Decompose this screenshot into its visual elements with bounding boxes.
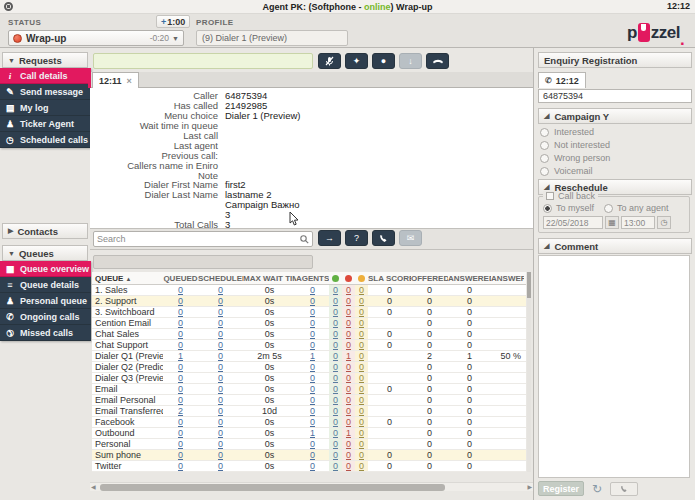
green-status-cell-link[interactable]: 0 [333,362,338,372]
sidebar-item-scheduled-calls[interactable]: ◷Scheduled calls [0,132,91,148]
green-status-cell-link[interactable]: 0 [333,428,338,438]
scheduled-cell-link[interactable]: 0 [218,428,223,438]
scrollbar-thumb[interactable] [100,484,445,491]
agents-cell-link[interactable]: 0 [310,439,315,449]
queued-cell-link[interactable]: 0 [178,417,183,427]
profile-dropdown[interactable]: (9) Dialer 1 (Preview) [196,30,348,46]
red-status-cell-link[interactable]: 0 [346,329,351,339]
email-contact-button[interactable]: ✉ [399,230,422,246]
queued-cell-link[interactable]: 0 [178,362,183,372]
yellow-status-cell-link[interactable]: 0 [359,406,364,416]
scheduled-cell-link[interactable]: 0 [218,318,223,328]
agents-cell-link[interactable]: 0 [310,296,315,306]
green-status-cell-link[interactable]: 0 [333,384,338,394]
forward-button[interactable]: → [318,230,341,246]
column-header-agents[interactable]: AGENTS [296,272,329,284]
green-status-cell-link[interactable]: 0 [333,395,338,405]
help-button[interactable]: ? [345,230,368,246]
sidebar-item-my-log[interactable]: ▤My log [0,100,91,116]
settings-icon[interactable] [4,2,13,11]
yellow-status-cell-link[interactable]: 0 [359,461,364,471]
column-header-sla-score[interactable]: SLA SCORE [368,272,411,284]
yellow-status-cell-link[interactable]: 0 [359,285,364,295]
call-contact-button[interactable] [372,230,395,246]
red-status-cell-link[interactable]: 0 [346,395,351,405]
yellow-status-cell-link[interactable]: 0 [359,384,364,394]
yellow-status-cell-link[interactable]: 0 [359,318,364,328]
refresh-icon[interactable]: ↻ [592,482,602,496]
agents-cell-link[interactable]: 0 [310,307,315,317]
scroll-right-icon[interactable]: ▶ [527,483,532,492]
green-status-cell-link[interactable]: 0 [333,406,338,416]
register-button[interactable]: Register [538,481,584,496]
campaign-section-header[interactable]: ◢ Campaign Y [538,108,692,124]
campaign-option-interested[interactable]: Interested [540,126,594,138]
green-status-cell-link[interactable]: 0 [333,417,338,427]
queued-cell-link[interactable]: 0 [178,395,183,405]
red-status-cell-link[interactable]: 0 [346,406,351,416]
scheduled-cell-link[interactable]: 0 [218,285,223,295]
red-status-cell-link[interactable]: 1 [346,351,351,361]
radio-icon[interactable] [604,204,613,213]
column-header-green-dot[interactable] [329,272,342,284]
transfer-down-button[interactable]: ↓ [399,53,422,69]
to-myself-option[interactable]: To myself [543,203,594,213]
callback-time-input[interactable] [621,216,655,229]
requests-panel-header[interactable]: ▼ Requests [2,52,88,68]
scheduled-cell-link[interactable]: 0 [218,439,223,449]
hangup-button[interactable] [426,53,449,69]
yellow-status-cell-link[interactable]: 0 [359,428,364,438]
radio-icon[interactable] [540,154,549,163]
campaign-option-not-interested[interactable]: Not interested [540,139,610,151]
column-header-answered[interactable]: ANSWERED [448,272,491,284]
campaign-option-wrong-person[interactable]: Wrong person [540,152,610,164]
agents-cell-link[interactable]: 0 [310,417,315,427]
scheduled-cell-link[interactable]: 0 [218,395,223,405]
green-status-cell-link[interactable]: 0 [333,450,338,460]
queued-cell-link[interactable]: 0 [178,384,183,394]
phone-action-button[interactable] [610,482,638,496]
queued-cell-link[interactable]: 0 [178,329,183,339]
sidebar-item-queue-overview[interactable]: ▦Queue overview [0,261,91,277]
queued-cell-link[interactable]: 0 [178,428,183,438]
column-header-red-dot[interactable] [342,272,355,284]
agents-cell-link[interactable]: 0 [310,395,315,405]
green-status-cell-link[interactable]: 0 [333,340,338,350]
sidebar-item-call-details[interactable]: iCall details [0,68,91,84]
queue-filter-input[interactable] [93,255,313,269]
queued-cell-link[interactable]: 0 [178,439,183,449]
queued-cell-link[interactable]: 0 [178,318,183,328]
green-status-cell-link[interactable]: 0 [333,318,338,328]
queued-cell-link[interactable]: 1 [178,351,183,361]
red-status-cell-link[interactable]: 0 [346,296,351,306]
agents-cell-link[interactable]: 0 [310,340,315,350]
enquiry-tab[interactable]: ✆ 12:12 [538,72,586,88]
sidebar-item-send-message[interactable]: ✎Send message [0,84,91,100]
red-status-cell-link[interactable]: 0 [346,318,351,328]
agents-cell-link[interactable]: 0 [310,318,315,328]
red-status-cell-link[interactable]: 0 [346,417,351,427]
callback-checkbox-row[interactable]: Call back [543,191,598,201]
yellow-status-cell-link[interactable]: 0 [359,307,364,317]
agents-cell-link[interactable]: 0 [310,362,315,372]
scheduled-cell-link[interactable]: 0 [218,384,223,394]
red-status-cell-link[interactable]: 0 [346,450,351,460]
column-header-yellow-dot[interactable] [355,272,368,284]
scheduled-cell-link[interactable]: 0 [218,351,223,361]
column-header-max-wait-time[interactable]: MAX WAIT TIME [243,272,296,284]
status-dropdown[interactable]: Wrap-up -0:20 ▼ [8,30,184,46]
red-status-cell-link[interactable]: 0 [346,439,351,449]
red-status-cell-link[interactable]: 0 [346,307,351,317]
column-header-queued[interactable]: QUEUED [163,272,198,284]
callback-date-input[interactable] [543,216,603,229]
scheduled-cell-link[interactable]: 0 [218,417,223,427]
green-status-cell-link[interactable]: 0 [333,329,338,339]
column-header-offered[interactable]: OFFERED [411,272,448,284]
yellow-status-cell-link[interactable]: 0 [359,362,364,372]
yellow-status-cell-link[interactable]: 0 [359,351,364,361]
queued-cell-link[interactable]: 0 [178,461,183,471]
yellow-status-cell-link[interactable]: 0 [359,395,364,405]
comment-section-header[interactable]: ◢ Comment [538,238,692,254]
search-input[interactable] [97,232,292,246]
agents-cell-link[interactable]: 0 [310,285,315,295]
